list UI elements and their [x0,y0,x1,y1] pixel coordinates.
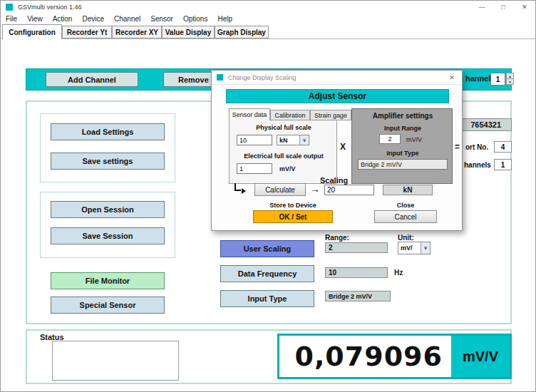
status-listbox [52,341,179,381]
multiply-sign: X [340,142,346,152]
port-value-field: 4 [494,141,512,153]
menu-item-action[interactable]: Action [48,15,78,23]
physical-full-scale-label: Physical full scale [230,124,338,131]
measurement-value: 0,079096 [279,336,451,377]
maximize-button[interactable]: □ [493,1,514,14]
dialog-tab-calibration[interactable]: Calibration [270,110,310,120]
ok-set-button[interactable]: OK / Set [253,210,333,223]
physical-unit-value: kN [277,137,299,144]
tab-recorder-xy[interactable]: Recorder XY [112,26,162,38]
titlebar: GSVmulti version 1.46 — □ ✕ [1,1,535,14]
app-window: GSVmulti version 1.46 — □ ✕ File View Ac… [0,0,536,392]
menu-item-file[interactable]: File [1,15,22,23]
chevron-down-icon[interactable]: ∨ [421,242,430,254]
flow-arrow-icon [233,183,246,195]
chevron-down-icon[interactable]: ∨ [299,135,309,145]
scaling-unit-field: kN [383,185,433,195]
channels-label: hannels [464,161,491,169]
physical-full-scale-input[interactable] [237,135,272,145]
file-monitor-button[interactable]: File Monitor [51,272,165,289]
menu-item-device[interactable]: Device [77,15,109,23]
adjust-sensor-header: Adjust Sensor [226,89,449,103]
equals-sign: = [455,142,460,152]
electrical-full-scale-input[interactable] [237,163,272,174]
app-icon [6,4,13,11]
unit-combobox-value: mV/ [398,244,421,252]
save-session-button[interactable]: Save Session [51,227,165,244]
special-sensor-button[interactable]: Special Sensor [51,296,165,314]
range-value-field: 2 [325,242,388,253]
dialog-titlebar: Change Display Scaling [212,71,462,85]
unit-label: Unit: [398,234,414,242]
cancel-button[interactable]: Cancel [374,210,437,223]
dialog-title: Change Display Scaling [228,74,297,81]
amp-input-type-field: Bridge 2 mV/V [358,159,448,170]
data-frequency-button[interactable]: Data Frequency [220,265,314,282]
right-arrow-icon: → [310,183,320,195]
amplifier-settings-title: Amplifier settings [352,112,453,120]
port-label: ort No. [465,143,488,151]
spin-down-icon[interactable]: ▼ [506,78,514,85]
menu-item-channel[interactable]: Channel [109,15,145,23]
input-range-unit-label: mV/V [406,136,422,143]
tab-graph-display[interactable]: Graph Display [215,26,269,38]
channel-spinner: ▲ ▼ [506,73,514,85]
amp-input-type-label: Input Type [352,150,453,157]
scaling-value-input[interactable] [324,185,374,195]
close-button[interactable]: ✕ [514,1,535,14]
range-label: Range: [325,234,349,242]
channels-value-field: 1 [494,159,512,170]
store-to-device-label: Store to Device [253,202,333,209]
input-range-label: Input Range [352,125,453,132]
dialog-icon [217,74,223,81]
tab-configuration[interactable]: Configuration [2,24,62,39]
window-title: GSVmulti version 1.46 [18,4,82,11]
dialog-close-icon[interactable]: ✕ [442,71,462,85]
tab-recorder-yt[interactable]: Recorder Yt [62,26,112,38]
menu-item-view[interactable]: View [22,15,48,23]
measurement-unit: mV/V [451,336,510,377]
menu-item-options[interactable]: Options [178,15,212,23]
menu-item-help[interactable]: Help [212,15,237,23]
sensor-data-panel: Physical full scale kN ∨ Electrical full… [229,120,337,184]
close-label: Close [374,202,437,209]
menu-item-sensor[interactable]: Sensor [145,15,178,23]
measurement-display: 0,079096 mV/V [277,334,512,379]
minimize-button[interactable]: — [471,1,493,14]
dialog-tab-strain-gage[interactable]: Strain gage [310,110,351,120]
user-scaling-button[interactable]: User Scaling [220,240,314,257]
menu-bar: File View Action Device Channel Sensor O… [1,14,535,24]
tab-bar: Configuration Recorder Yt Recorder XY Va… [1,24,535,38]
physical-unit-combobox[interactable]: kN ∨ [277,135,309,145]
frequency-value-field: 10 [325,267,388,278]
calculate-button[interactable]: Calculate [254,183,306,196]
frequency-unit-label: Hz [394,269,403,277]
scaling-label: Scaling [320,176,348,185]
change-display-scaling-dialog: Change Display Scaling ✕ Adjust Sensor S… [211,70,463,231]
electrical-unit-label: mV/V [279,165,296,172]
tab-value-display[interactable]: Value Display [162,26,215,38]
dialog-tab-sensor-data[interactable]: Sensor data [229,108,270,120]
input-type-value-field: Bridge 2 mV/V [325,291,391,301]
save-settings-button[interactable]: Save settings [51,153,165,170]
input-type-button[interactable]: Input Type [220,290,314,307]
load-settings-button[interactable]: Load Settings [51,123,165,140]
input-range-input[interactable] [379,134,401,144]
amplifier-settings-panel: Amplifier settings Input Range mV/V Inpu… [351,108,453,184]
unit-combobox[interactable]: mV/ ∨ [398,242,431,254]
open-session-button[interactable]: Open Session [51,201,165,218]
channel-spinner-input[interactable] [490,73,505,86]
add-channel-button[interactable]: Add Channel [46,72,138,87]
electrical-full-scale-label: Electrical full scale output [230,153,338,160]
channel-spinner-label: hannel [465,74,490,83]
